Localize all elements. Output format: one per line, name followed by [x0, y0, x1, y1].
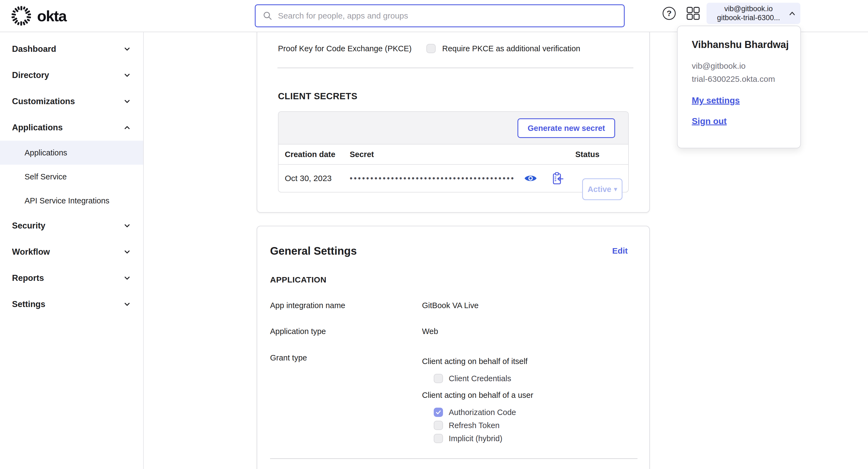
- app-switcher-button[interactable]: [686, 6, 700, 21]
- client-secrets-table: Generate new secret Creation date Secret…: [278, 111, 629, 192]
- copy-to-clipboard-icon: [551, 171, 564, 185]
- sidebar-nav: Dashboard Directory Customizations Appli…: [0, 32, 144, 469]
- sidebar-item-api-service-integrations[interactable]: API Service Integrations: [0, 189, 143, 213]
- pkce-checkbox[interactable]: [426, 44, 436, 53]
- sidebar-item-applications-group[interactable]: Applications: [0, 115, 143, 141]
- chevron-up-icon: [788, 9, 797, 18]
- generate-new-secret-button[interactable]: Generate new secret: [518, 118, 615, 138]
- creation-date-value: Oct 30, 2023: [285, 174, 332, 183]
- table-header-row: Creation date Secret Status: [279, 145, 628, 165]
- refresh-token-label: Refresh Token: [449, 421, 499, 430]
- pkce-label: Proof Key for Code Exchange (PKCE): [278, 44, 412, 53]
- grant-group-itself-heading: Client acting on behalf of itself: [422, 357, 528, 366]
- account-org: gitbook-trial-6300...: [712, 13, 785, 22]
- reveal-secret-button[interactable]: [524, 174, 537, 183]
- column-status: Status: [575, 150, 599, 159]
- global-search[interactable]: [255, 4, 625, 27]
- chevron-down-icon: [123, 248, 131, 256]
- chevron-down-icon: [123, 71, 131, 80]
- application-type-label: Application type: [270, 327, 326, 336]
- chevron-down-icon: [123, 300, 131, 308]
- divider: [277, 68, 633, 68]
- sidebar-item-workflow[interactable]: Workflow: [0, 239, 143, 265]
- search-input[interactable]: [278, 11, 617, 21]
- authorization-code-checkbox[interactable]: [434, 408, 443, 417]
- masked-secret-value: ••••••••••••••••••••••••••••••••••••••••: [350, 174, 515, 183]
- column-creation-date: Creation date: [285, 150, 335, 159]
- application-type-value: Web: [422, 327, 438, 336]
- okta-logo[interactable]: okta: [11, 0, 66, 32]
- copy-secret-button[interactable]: [551, 171, 564, 185]
- account-email: vib@gitbook.io: [712, 4, 785, 13]
- application-section-heading: APPLICATION: [270, 275, 327, 284]
- user-email: vib@gitbook.io: [692, 61, 746, 71]
- chevron-up-icon: [123, 124, 131, 132]
- caret-down-icon: ▾: [614, 186, 617, 193]
- table-row: Oct 30, 2023 •••••••••••••••••••••••••••…: [279, 165, 628, 192]
- implicit-hybrid-label: Implicit (hybrid): [449, 434, 502, 443]
- sidebar-item-security[interactable]: Security: [0, 213, 143, 239]
- check-icon: [435, 409, 441, 415]
- sidebar-item-applications[interactable]: Applications: [0, 141, 143, 165]
- chevron-down-icon: [123, 274, 131, 282]
- client-credentials-label: Client Credentials: [449, 374, 511, 383]
- grant-group-user-heading: Client acting on behalf of a user: [422, 391, 533, 400]
- sidebar-item-directory[interactable]: Directory: [0, 62, 143, 88]
- chevron-down-icon: [123, 97, 131, 105]
- authorization-code-label: Authorization Code: [449, 408, 516, 417]
- client-secrets-card: Proof Key for Code Exchange (PKCE) Requi…: [257, 15, 650, 213]
- question-mark-icon: ?: [667, 9, 672, 18]
- account-menu-button[interactable]: vib@gitbook.io gitbook-trial-6300...: [707, 3, 800, 24]
- okta-sunburst-icon: [11, 5, 32, 26]
- pkce-checkbox-label: Require PKCE as additional verification: [442, 44, 580, 53]
- sidebar-item-self-service[interactable]: Self Service: [0, 165, 143, 189]
- client-credentials-checkbox[interactable]: [434, 374, 443, 383]
- grant-type-label: Grant type: [270, 353, 307, 363]
- search-icon: [263, 11, 273, 21]
- implicit-hybrid-checkbox[interactable]: [434, 434, 443, 443]
- chevron-down-icon: [123, 45, 131, 53]
- grid-icon: [686, 6, 700, 20]
- sidebar-item-settings[interactable]: Settings: [0, 291, 143, 317]
- table-toolbar: Generate new secret: [279, 112, 628, 145]
- general-settings-heading: General Settings: [270, 245, 357, 257]
- user-full-name: Vibhanshu Bhardwaj: [692, 39, 788, 51]
- account-dropdown-menu: Vibhanshu Bhardwaj vib@gitbook.io trial-…: [677, 26, 801, 148]
- edit-link[interactable]: Edit: [612, 246, 628, 255]
- client-secrets-heading: CLIENT SECRETS: [278, 91, 358, 101]
- sidebar-item-dashboard[interactable]: Dashboard: [0, 36, 143, 62]
- status-dropdown-button[interactable]: Active ▾: [582, 178, 622, 200]
- sign-out-link[interactable]: Sign out: [692, 116, 727, 126]
- eye-icon: [524, 174, 537, 183]
- app-integration-name-value: GitBook VA Live: [422, 301, 478, 310]
- status-label: Active: [588, 185, 611, 194]
- refresh-token-checkbox[interactable]: [434, 421, 443, 430]
- app-integration-name-label: App integration name: [270, 301, 345, 310]
- org-domain: trial-6300225.okta.com: [692, 74, 775, 84]
- okta-wordmark: okta: [37, 7, 66, 25]
- sidebar-item-customizations[interactable]: Customizations: [0, 88, 143, 115]
- chevron-down-icon: [123, 222, 131, 230]
- column-secret: Secret: [350, 150, 374, 159]
- general-settings-card: General Settings Edit APPLICATION App in…: [257, 226, 650, 469]
- divider: [270, 458, 638, 459]
- sidebar-item-reports[interactable]: Reports: [0, 265, 143, 291]
- my-settings-link[interactable]: My settings: [692, 95, 740, 105]
- help-button[interactable]: ?: [662, 7, 676, 20]
